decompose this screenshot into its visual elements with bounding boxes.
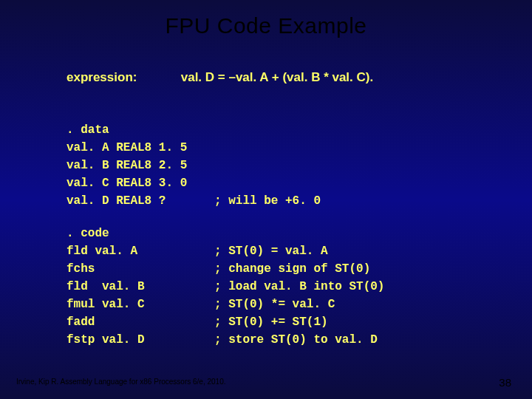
data-line: val. A REAL8 1. 5 <box>66 141 187 154</box>
data-line: val. C REAL8 3. 0 <box>66 177 187 190</box>
code-section: . code fld val. A; ST(0) = val. A fchs; … <box>66 207 384 349</box>
data-section: . data val. A REAL8 1. 5 val. B REAL8 2.… <box>66 103 321 210</box>
data-line: val. B REAL8 2. 5 <box>66 159 187 172</box>
code-line: fstp val. D; store ST(0) to val. D <box>66 333 378 347</box>
code-instr: fstp val. D <box>66 331 214 349</box>
expression-label: expression: <box>66 70 177 85</box>
data-decl: val. C REAL8 3. 0 <box>66 177 187 190</box>
code-instr: fld val. B <box>66 278 214 296</box>
code-instr: fmul val. C <box>66 296 214 313</box>
code-comment: ; ST(0) = val. A <box>214 245 328 258</box>
code-comment: ; load val. B into ST(0) <box>214 280 384 293</box>
data-header: . data <box>66 123 109 137</box>
data-decl: val. A REAL8 1. 5 <box>66 141 187 154</box>
code-instr: fadd <box>66 313 214 331</box>
code-comment: ; change sign of ST(0) <box>214 262 370 276</box>
expression-row: expression: val. D = –val. A + (val. B *… <box>66 70 488 85</box>
code-comment: ; ST(0) *= val. C <box>214 298 335 311</box>
code-header: . code <box>66 227 109 240</box>
code-line: fchs; change sign of ST(0) <box>66 262 370 276</box>
slide: FPU Code Example expression: val. D = –v… <box>0 0 532 399</box>
code-line: fld val. B; load val. B into ST(0) <box>66 280 384 293</box>
footer-citation: Irvine, Kip R. Assembly Language for x86… <box>16 378 226 386</box>
code-line: fld val. A; ST(0) = val. A <box>66 245 328 258</box>
code-comment: ; ST(0) += ST(1) <box>214 316 328 329</box>
slide-title: FPU Code Example <box>0 13 532 38</box>
expression-text: val. D = –val. A + (val. B * val. C). <box>181 70 373 85</box>
code-instr: fld val. A <box>66 242 214 260</box>
page-number: 38 <box>499 376 511 389</box>
code-instr: fchs <box>66 260 214 278</box>
data-decl: val. B REAL8 2. 5 <box>66 159 187 172</box>
code-line: fadd; ST(0) += ST(1) <box>66 316 328 329</box>
data-line: val. D REAL8 ?; will be +6. 0 <box>66 194 321 208</box>
code-line: fmul val. C; ST(0) *= val. C <box>66 298 335 311</box>
code-comment: ; store ST(0) to val. D <box>214 333 378 347</box>
